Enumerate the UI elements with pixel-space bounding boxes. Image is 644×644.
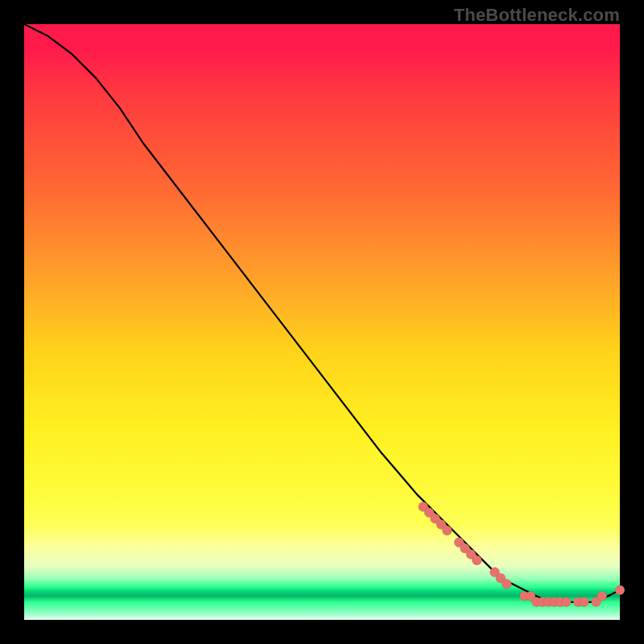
data-dots: [419, 502, 625, 606]
chart-frame: TheBottleneck.com: [0, 0, 644, 644]
plot-area: [24, 24, 620, 620]
data-dot: [472, 555, 481, 565]
bottleneck-curve: [24, 24, 620, 602]
data-dot: [580, 597, 589, 607]
data-dot: [502, 580, 511, 589]
watermark-text: TheBottleneck.com: [454, 5, 620, 26]
data-dot: [561, 597, 571, 607]
data-dot: [442, 526, 452, 535]
data-dot: [615, 585, 625, 595]
data-dot: [597, 591, 607, 601]
chart-svg: [24, 24, 620, 620]
